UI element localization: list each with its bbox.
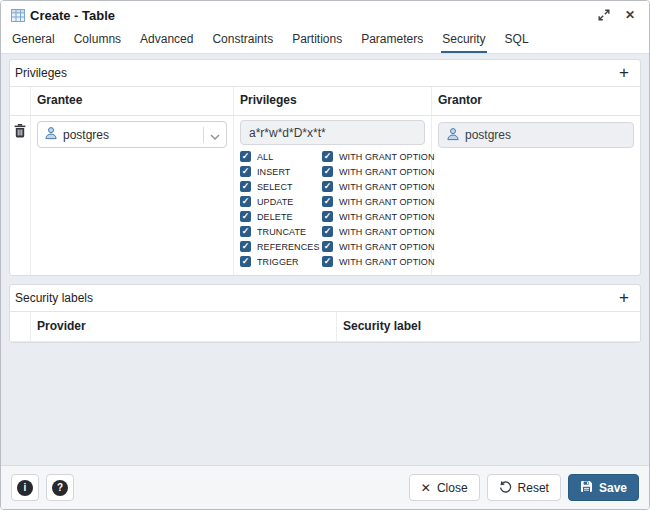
- privilege-label: UPDATE: [254, 197, 322, 207]
- privilege-row: REFERENCES WITH GRANT OPTION: [240, 241, 425, 252]
- privilege-label: SELECT: [254, 182, 322, 192]
- close-button[interactable]: ✕ Close: [409, 474, 480, 501]
- security-labels-section: Security labels + Provider Security labe…: [9, 284, 641, 343]
- sql-help-button[interactable]: i: [11, 474, 39, 501]
- help-icon: ?: [52, 480, 68, 496]
- privilege-label: REFERENCES: [254, 242, 322, 252]
- save-icon: [580, 480, 593, 496]
- with-grant-checkbox[interactable]: [322, 151, 333, 162]
- tab-sql[interactable]: SQL: [504, 28, 530, 53]
- with-grant-checkbox[interactable]: [322, 256, 333, 267]
- user-icon: [446, 127, 460, 144]
- privilege-label: INSERT: [254, 167, 322, 177]
- info-icon: i: [17, 480, 33, 496]
- security-labels-table-header: Provider Security label: [10, 311, 640, 342]
- reset-button-label: Reset: [518, 481, 549, 495]
- privileges-string-input[interactable]: [240, 120, 425, 145]
- privilege-checkbox[interactable]: [240, 226, 251, 237]
- dialog-help-button[interactable]: ?: [46, 474, 74, 501]
- privilege-row: TRIGGER WITH GRANT OPTION: [240, 256, 425, 267]
- privilege-row: SELECT WITH GRANT OPTION: [240, 181, 425, 192]
- delete-row-icon[interactable]: [14, 124, 26, 271]
- with-grant-label: WITH GRANT OPTION: [336, 167, 435, 177]
- with-grant-label: WITH GRANT OPTION: [336, 242, 435, 252]
- grantee-select[interactable]: postgres: [37, 121, 227, 148]
- with-grant-checkbox[interactable]: [322, 241, 333, 252]
- privileges-cell: ALL WITH GRANT OPTION INSERT WITH GRANT …: [234, 116, 432, 275]
- with-grant-label: WITH GRANT OPTION: [336, 257, 435, 267]
- save-button-label: Save: [599, 481, 627, 495]
- privilege-checkbox[interactable]: [240, 211, 251, 222]
- tab-partitions[interactable]: Partitions: [291, 28, 343, 53]
- privilege-label: TRUNCATE: [254, 227, 322, 237]
- privilege-checkbox[interactable]: [240, 166, 251, 177]
- close-x-icon: ✕: [421, 481, 431, 495]
- with-grant-checkbox[interactable]: [322, 181, 333, 192]
- with-grant-label: WITH GRANT OPTION: [336, 182, 435, 192]
- tab-general[interactable]: General: [11, 28, 56, 53]
- maximize-icon[interactable]: [595, 6, 613, 24]
- save-button[interactable]: Save: [568, 474, 639, 501]
- privilege-row: ALL WITH GRANT OPTION: [240, 151, 425, 162]
- with-grant-checkbox[interactable]: [322, 226, 333, 237]
- privileges-section: Privileges + Grantee Privileges Grantor: [9, 59, 641, 276]
- close-icon[interactable]: ✕: [621, 6, 639, 24]
- tab-advanced[interactable]: Advanced: [139, 28, 194, 53]
- tab-columns[interactable]: Columns: [73, 28, 122, 53]
- add-security-label-button[interactable]: +: [616, 291, 632, 305]
- with-grant-label: WITH GRANT OPTION: [336, 227, 435, 237]
- grantor-value: postgres: [465, 128, 511, 142]
- grantee-cell: postgres: [31, 116, 234, 275]
- privilege-checkbox[interactable]: [240, 151, 251, 162]
- tab-parameters[interactable]: Parameters: [360, 28, 424, 53]
- table-icon: [11, 9, 25, 22]
- user-icon: [44, 126, 58, 143]
- dialog-footer: i ? ✕ Close Reset: [1, 465, 649, 509]
- grantor-field: postgres: [438, 122, 634, 148]
- close-button-label: Close: [437, 481, 468, 495]
- provider-column-header: Provider: [31, 312, 337, 341]
- privilege-checkbox[interactable]: [240, 196, 251, 207]
- dialog-titlebar: Create - Table ✕: [1, 1, 649, 29]
- add-privilege-button[interactable]: +: [616, 66, 632, 80]
- security-tab-panel: Privileges + Grantee Privileges Grantor: [1, 54, 649, 465]
- with-grant-label: WITH GRANT OPTION: [336, 197, 435, 207]
- with-grant-label: WITH GRANT OPTION: [336, 152, 435, 162]
- chevron-down-icon[interactable]: [210, 126, 220, 144]
- privilege-row: TRUNCATE WITH GRANT OPTION: [240, 226, 425, 237]
- privilege-checkbox[interactable]: [240, 241, 251, 252]
- reset-button[interactable]: Reset: [487, 474, 561, 501]
- with-grant-checkbox[interactable]: [322, 196, 333, 207]
- with-grant-checkbox[interactable]: [322, 211, 333, 222]
- privilege-row: UPDATE WITH GRANT OPTION: [240, 196, 425, 207]
- privilege-row: INSERT WITH GRANT OPTION: [240, 166, 425, 177]
- privileges-section-title: Privileges: [15, 66, 67, 80]
- privileges-column-header: Privileges: [234, 87, 432, 115]
- privilege-label: TRIGGER: [254, 257, 322, 267]
- privilege-checkbox[interactable]: [240, 181, 251, 192]
- security-labels-section-title: Security labels: [15, 291, 93, 305]
- privilege-table-row: postgres: [10, 116, 640, 275]
- privileges-checkbox-list: ALL WITH GRANT OPTION INSERT WITH GRANT …: [240, 151, 425, 267]
- dialog-tabs: General Columns Advanced Constraints Par…: [1, 29, 649, 54]
- privilege-row: DELETE WITH GRANT OPTION: [240, 211, 425, 222]
- grantee-column-header: Grantee: [31, 87, 234, 115]
- grantee-value: postgres: [63, 128, 109, 142]
- with-grant-label: WITH GRANT OPTION: [336, 212, 435, 222]
- reset-icon: [499, 480, 512, 496]
- delete-column-header: [10, 87, 31, 115]
- create-table-dialog: Create - Table ✕ General Columns Advance…: [0, 0, 650, 510]
- grantor-cell: postgres: [432, 116, 640, 275]
- grantor-column-header: Grantor: [432, 87, 640, 115]
- security-label-column-header: Security label: [337, 312, 640, 341]
- privilege-label: ALL: [254, 152, 322, 162]
- delete-column-header: [10, 312, 31, 341]
- privilege-checkbox[interactable]: [240, 256, 251, 267]
- privilege-label: DELETE: [254, 212, 322, 222]
- tab-constraints[interactable]: Constraints: [211, 28, 274, 53]
- tab-security[interactable]: Security: [441, 28, 486, 53]
- dialog-title: Create - Table: [30, 8, 115, 23]
- with-grant-checkbox[interactable]: [322, 166, 333, 177]
- privileges-table-header: Grantee Privileges Grantor: [10, 86, 640, 116]
